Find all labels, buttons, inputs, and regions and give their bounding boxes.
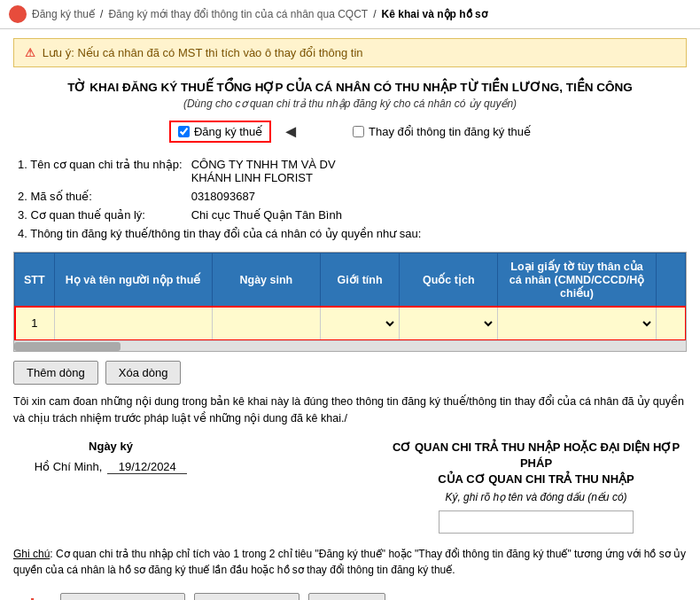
info-table: 1. Tên cơ quan chi trả thu nhập: CÔNG TY… — [13, 155, 687, 243]
bottom-btn-row: Kiểm tra thông tin Lưu bản nháp Nhập lại — [60, 593, 385, 600]
info-row-1: 1. Tên cơ quan chi trả thu nhập: CÔNG TY… — [13, 155, 687, 187]
scrollbar-thumb[interactable] — [14, 342, 121, 351]
cell-hoten[interactable] — [54, 307, 212, 340]
th-ngaysinh: Ngày sinh — [212, 253, 320, 307]
cell-ngaysinh[interactable] — [212, 307, 320, 340]
cell-loaigiayto[interactable]: CMND CCCD Hộ chiếu — [498, 307, 656, 340]
field3-value: Chi cục Thuế Quận Tân Bình — [187, 206, 687, 224]
arrow-icon: ◄ — [282, 121, 299, 142]
sign-right: CƠ QUAN CHI TRẢ THU NHẬP hoặc ĐẠI DIỆN H… — [385, 440, 687, 534]
form-subtitle: (Dùng cho cơ quan chi trả thu nhập đăng … — [13, 97, 687, 110]
input-hoten[interactable] — [57, 311, 210, 336]
city-label: Hồ Chí Minh, — [35, 460, 103, 473]
sign-right-title: CƠ QUAN CHI TRẢ THU NHẬP hoặc ĐẠI DIỆN H… — [385, 440, 687, 488]
cell-stt: 1 — [15, 307, 55, 340]
declaration-text: Tôi xin cam đoan những nội dung trong bả… — [13, 394, 687, 427]
th-loaigiayto: Loại giấy tờ tùy thân của cá nhân (CMND/… — [498, 253, 656, 307]
note-underline[interactable]: Ghi chú — [13, 548, 50, 560]
checkbox-dang-ky-thue-wrapper: Đăng ký thuế — [169, 121, 271, 143]
checkbox-thay-doi-label: Thay đổi thông tin đăng ký thuế — [369, 125, 531, 138]
field2-label: 2. Mã số thuế: — [13, 187, 187, 206]
info-row-3: 3. Cơ quan thuế quản lý: Chi cục Thuế Qu… — [13, 206, 687, 224]
data-table: STT Họ và tên người nộp thuế Ngày sinh G… — [14, 253, 686, 340]
sign-left: Ngày ký Hồ Chí Minh, 19/12/2024 — [13, 440, 208, 474]
table-row: 1 Nam Nữ — [15, 307, 686, 340]
xoa-dong-button[interactable]: Xóa dòng — [105, 361, 182, 385]
warning-box: ⚠ Lưu ý: Nếu cá nhân đã có MST thì tích … — [13, 38, 687, 67]
note-text: Ghi chú: Cơ quan chi trả thu nhập chỉ tí… — [13, 546, 687, 578]
breadcrumb-sep1: / — [100, 8, 103, 20]
bottom-section: ➘ Kiểm tra thông tin Lưu bản nháp Nhập l… — [13, 592, 687, 600]
input-ngaysinh[interactable] — [214, 311, 318, 336]
th-gioitinh: Giới tính — [321, 253, 400, 307]
date-input[interactable]: 19/12/2024 — [107, 460, 187, 474]
red-arrow-icon: ➘ — [15, 589, 51, 600]
th-hoten: Họ và tên người nộp thuế — [54, 253, 212, 307]
cell-gioitinh[interactable]: Nam Nữ — [321, 307, 400, 340]
top-bar: Đăng ký thuế / Đăng ký mới thay đổi thôn… — [0, 0, 700, 29]
logo-icon — [9, 5, 27, 23]
table-header-row: STT Họ và tên người nộp thuế Ngày sinh G… — [15, 253, 686, 307]
horizontal-scrollbar[interactable] — [14, 340, 686, 351]
luu-ban-nhap-button[interactable]: Lưu bản nháp — [194, 593, 299, 600]
declaration-content: Tôi xin cam đoan những nội dung trong bả… — [13, 395, 684, 425]
main-content: ⚠ Lưu ý: Nếu cá nhân đã có MST thì tích … — [0, 29, 700, 600]
checkbox-thay-doi-wrapper: Thay đổi thông tin đăng ký thuế — [353, 125, 531, 138]
select-loaigiayto[interactable]: CMND CCCD Hộ chiếu — [500, 311, 653, 336]
them-dong-button[interactable]: Thêm dòng — [13, 361, 98, 385]
field4-label: 4. Thông tin đăng ký thuế/thông tin thay… — [13, 224, 687, 243]
sign-right-input[interactable] — [439, 510, 634, 534]
breadcrumb-2: Đăng ký mới thay đổi thông tin của cá nh… — [108, 8, 368, 20]
breadcrumb-3: Kê khai và nộp hồ sơ — [382, 8, 487, 20]
info-row-4: 4. Thông tin đăng ký thuế/thông tin thay… — [13, 224, 687, 243]
kiem-tra-button[interactable]: Kiểm tra thông tin — [60, 593, 185, 600]
select-gioitinh[interactable]: Nam Nữ — [323, 311, 397, 336]
date-row: Hồ Chí Minh, 19/12/2024 — [13, 460, 208, 474]
form-title: TỜ KHAI ĐĂNG KÝ THUẾ TỔNG HỢP CỦA CÁ NHÂ… — [13, 80, 687, 94]
select-quoctich[interactable]: Việt Nam Khác — [401, 311, 495, 336]
field1-value: CÔNG TY TNHH TM VÀ DVKHÁNH LINH FLORIST — [187, 155, 687, 187]
warning-text: Lưu ý: Nếu cá nhân đã có MST thì tích và… — [43, 46, 363, 59]
checkbox-thay-doi[interactable] — [353, 126, 364, 137]
data-table-wrapper: STT Họ và tên người nộp thuế Ngày sinh G… — [13, 252, 687, 352]
th-extra — [656, 253, 685, 307]
cell-scroll-right — [656, 307, 685, 340]
sign-left-title: Ngày ký — [13, 440, 208, 453]
breadcrumb-sep2: / — [373, 8, 376, 20]
sign-right-subtitle: Ký, ghi rõ họ tên và đóng dấu (nếu có) — [385, 491, 687, 503]
field3-label: 3. Cơ quan thuế quản lý: — [13, 206, 187, 224]
signature-section: Ngày ký Hồ Chí Minh, 19/12/2024 CƠ QUAN … — [13, 440, 687, 534]
btn-row: Thêm dòng Xóa dòng — [13, 361, 687, 385]
nhap-lai-button[interactable]: Nhập lại — [308, 593, 385, 600]
th-quoctich: Quốc tịch — [400, 253, 498, 307]
field1-label: 1. Tên cơ quan chi trả thu nhập: — [13, 155, 187, 187]
info-row-2: 2. Mã số thuế: 0318093687 — [13, 187, 687, 206]
note-content: : Cơ quan chi trả thu nhập chỉ tích vào … — [13, 548, 686, 576]
field2-value: 0318093687 — [187, 187, 687, 206]
cell-quoctich[interactable]: Việt Nam Khác — [400, 307, 498, 340]
table-scroll-area[interactable]: STT Họ và tên người nộp thuế Ngày sinh G… — [14, 253, 686, 340]
checkbox-dang-ky-thue[interactable] — [178, 126, 190, 137]
warn-icon: ⚠ — [25, 46, 35, 59]
checkbox-dang-ky-thue-label: Đăng ký thuế — [194, 125, 262, 138]
checkbox-row: Đăng ký thuế ◄ Thay đổi thông tin đăng k… — [13, 121, 687, 143]
page-wrapper: Đăng ký thuế / Đăng ký mới thay đổi thôn… — [0, 0, 700, 600]
breadcrumb-1: Đăng ký thuế — [32, 8, 95, 20]
th-stt: STT — [15, 253, 55, 307]
